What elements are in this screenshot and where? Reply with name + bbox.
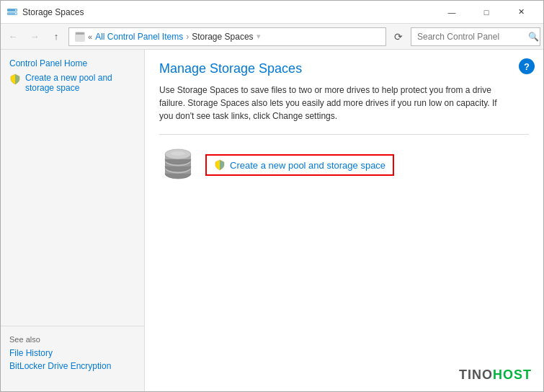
- refresh-button[interactable]: ⟳: [389, 27, 408, 46]
- sidebar: Control Panel Home Create a new pool and…: [1, 50, 145, 391]
- dropdown-arrow-icon[interactable]: ▾: [257, 32, 261, 41]
- breadcrumb-current: Storage Spaces: [192, 32, 253, 42]
- sidebar-create-pool-item: Create a new pool and storage space: [9, 73, 135, 93]
- window-controls: — □ ✕: [435, 1, 538, 24]
- create-pool-link[interactable]: Create a new pool and storage space: [230, 160, 385, 171]
- action-row: Create a new pool and storage space: [159, 146, 529, 184]
- breadcrumb-separator-1: «: [88, 32, 92, 41]
- search-input[interactable]: [417, 32, 525, 42]
- svg-point-15: [171, 151, 185, 156]
- up-button[interactable]: ↑: [47, 27, 66, 46]
- sidebar-nav: Control Panel Home Create a new pool and…: [1, 58, 144, 326]
- forward-button[interactable]: →: [25, 27, 44, 46]
- breadcrumb-root: All Control Panel Items: [95, 32, 183, 42]
- shield-icon-main: [214, 159, 226, 171]
- drives-icon: [159, 146, 197, 184]
- sidebar-link-control-panel-home[interactable]: Control Panel Home: [9, 58, 135, 68]
- minimize-button[interactable]: —: [435, 1, 468, 24]
- branding: TINO HOST: [459, 368, 532, 383]
- back-button[interactable]: ←: [4, 27, 22, 46]
- shield-icon-sidebar: [9, 74, 21, 85]
- create-link-box[interactable]: Create a new pool and storage space: [205, 154, 394, 176]
- address-bar: ← → ↑ « All Control Panel Items › Storag…: [1, 24, 543, 50]
- app-icon: [6, 6, 18, 18]
- see-also-label: See also: [9, 335, 135, 344]
- svg-point-3: [15, 13, 17, 14]
- brand-host: HOST: [493, 368, 532, 383]
- breadcrumb-arrow: ›: [186, 32, 189, 42]
- help-button[interactable]: ?: [519, 58, 535, 74]
- sidebar-link-create-pool[interactable]: Create a new pool and storage space: [25, 73, 135, 93]
- sidebar-footer-link-file-history[interactable]: File History: [9, 348, 135, 358]
- sidebar-footer: See also File History BitLocker Drive En…: [1, 326, 144, 383]
- brand-tino: TINO: [459, 368, 493, 383]
- section-divider: [159, 134, 529, 135]
- window-title: Storage Spaces: [22, 7, 435, 17]
- main-area: Control Panel Home Create a new pool and…: [1, 50, 543, 391]
- breadcrumb-root-link[interactable]: All Control Panel Items: [95, 32, 183, 42]
- address-field[interactable]: « All Control Panel Items › Storage Spac…: [68, 27, 386, 46]
- sidebar-footer-link-bitlocker[interactable]: BitLocker Drive Encryption: [9, 361, 135, 371]
- svg-point-2: [15, 9, 17, 11]
- content-area: ? Manage Storage Spaces Use Storage Spac…: [145, 50, 543, 391]
- maximize-button[interactable]: □: [470, 1, 503, 24]
- close-button[interactable]: ✕: [504, 1, 538, 24]
- svg-rect-5: [76, 32, 84, 35]
- search-icon: 🔍: [528, 32, 539, 42]
- main-window: Storage Spaces — □ ✕ ← → ↑ « All Control…: [0, 0, 544, 392]
- title-bar: Storage Spaces — □ ✕: [1, 1, 543, 24]
- page-title: Manage Storage Spaces: [159, 61, 529, 76]
- description-text: Use Storage Spaces to save files to two …: [159, 84, 505, 122]
- search-box: 🔍: [411, 27, 540, 46]
